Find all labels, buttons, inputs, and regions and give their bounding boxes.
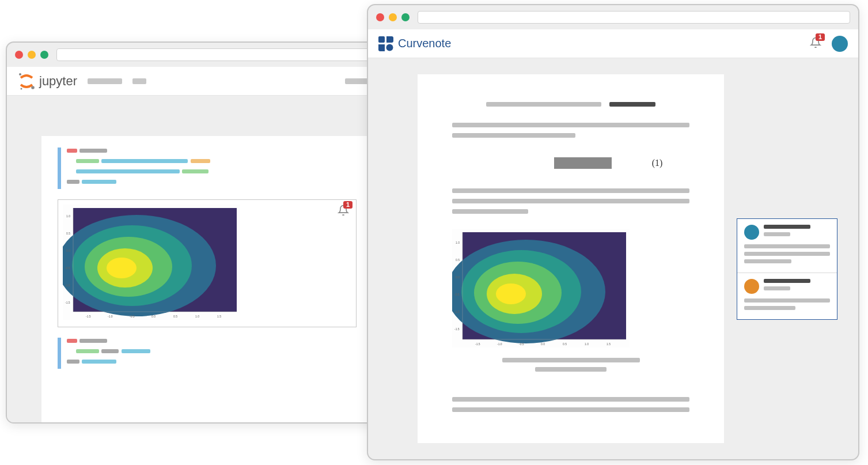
- svg-point-26: [386, 44, 393, 51]
- svg-text:1.5: 1.5: [217, 315, 221, 318]
- comment[interactable]: [737, 273, 837, 319]
- svg-point-9: [107, 258, 137, 278]
- hexbin-plot: -1.5-1.0-0.50.00.51.01.5 -1.5-1.0-0.50.0…: [63, 205, 240, 320]
- curvenote-url-bar[interactable]: [418, 11, 850, 24]
- jupyter-window: jupyter 1: [6, 41, 380, 424]
- commenter-avatar: [744, 225, 759, 240]
- svg-text:0.0: 0.0: [456, 275, 460, 279]
- caption-placeholder: [502, 358, 640, 362]
- comment-time-placeholder: [764, 286, 790, 290]
- comments-panel: [737, 218, 837, 320]
- jupyter-window-controls: [15, 51, 48, 59]
- notification-badge: 1: [816, 33, 825, 41]
- code-cell[interactable]: [58, 338, 357, 369]
- code-cell[interactable]: [58, 148, 357, 189]
- close-dot-icon[interactable]: [376, 13, 384, 21]
- comment-text-placeholder: [744, 259, 791, 263]
- caption-placeholder: [535, 367, 607, 372]
- minimize-dot-icon[interactable]: [389, 13, 397, 21]
- equation-row: (1): [452, 157, 689, 169]
- svg-text:1.0: 1.0: [66, 214, 70, 218]
- svg-point-33: [496, 283, 526, 304]
- svg-text:0.0: 0.0: [66, 249, 70, 252]
- menu-placeholder: [132, 78, 146, 84]
- notebook-area: 1 -1.5-1.0-0.50: [7, 96, 378, 422]
- text-placeholder: [452, 133, 575, 138]
- curvenote-logo-icon: [378, 36, 393, 51]
- svg-text:1.0: 1.0: [195, 315, 199, 318]
- title-placeholder: [609, 102, 655, 107]
- svg-text:-1.5: -1.5: [65, 301, 70, 304]
- notification-badge: 1: [343, 201, 352, 209]
- comment-text-placeholder: [744, 252, 830, 256]
- equation-number: (1): [652, 158, 663, 168]
- svg-text:-0.5: -0.5: [65, 266, 70, 270]
- jupyter-header: jupyter: [7, 67, 378, 96]
- svg-text:-1.0: -1.0: [497, 342, 502, 346]
- svg-text:-1.0: -1.0: [65, 283, 70, 287]
- commenter-name-placeholder: [764, 279, 810, 283]
- jupyter-titlebar: [7, 43, 378, 67]
- comment-text-placeholder: [744, 244, 830, 248]
- jupyter-brand-text: jupyter: [39, 74, 77, 89]
- curvenote-brand-text: Curvenote: [398, 37, 451, 50]
- svg-text:-1.5: -1.5: [86, 315, 91, 318]
- svg-text:1.0: 1.0: [585, 342, 589, 346]
- svg-text:0.5: 0.5: [173, 315, 177, 318]
- curvenote-notifications[interactable]: 1: [810, 37, 821, 51]
- svg-text:-1.5: -1.5: [454, 327, 460, 331]
- curvenote-window-controls: [376, 13, 410, 21]
- text-placeholder: [452, 199, 689, 203]
- svg-text:0.5: 0.5: [563, 342, 567, 346]
- jupyter-logo-icon: [17, 72, 36, 90]
- menu-placeholder: [345, 78, 368, 84]
- cell-indicator: [58, 338, 61, 369]
- user-avatar[interactable]: [832, 36, 848, 52]
- curvenote-window: Curvenote 1 (1): [367, 4, 859, 460]
- svg-text:-1.0: -1.0: [108, 315, 113, 318]
- minimize-dot-icon[interactable]: [28, 51, 36, 59]
- code-cell-body: [67, 338, 357, 369]
- menu-placeholder: [88, 78, 122, 84]
- svg-text:-1.5: -1.5: [475, 342, 480, 346]
- svg-text:0.5: 0.5: [66, 232, 70, 235]
- svg-text:1.5: 1.5: [607, 342, 611, 346]
- cell-indicator: [58, 148, 61, 189]
- comment[interactable]: [737, 219, 837, 273]
- comment-text-placeholder: [744, 306, 795, 310]
- curvenote-workspace: (1) -1.5-1.0-0.50.00.51.01.5 -1.5-: [368, 58, 858, 459]
- maximize-dot-icon[interactable]: [401, 13, 410, 21]
- hexbin-plot: -1.5-1.0-0.50.00.51.01.5 -1.5-1.0-0.50.0…: [452, 229, 630, 347]
- svg-point-2: [21, 88, 22, 89]
- curvenote-logo: Curvenote: [378, 36, 451, 51]
- curvenote-header: Curvenote 1: [368, 29, 858, 58]
- comment-text-placeholder: [744, 298, 830, 303]
- text-placeholder: [452, 407, 689, 412]
- text-placeholder: [452, 397, 689, 402]
- svg-text:0.0: 0.0: [541, 342, 545, 346]
- jupyter-url-bar[interactable]: [56, 48, 370, 61]
- comment-time-placeholder: [764, 232, 790, 236]
- svg-rect-25: [378, 36, 385, 43]
- output-cell[interactable]: 1 -1.5-1.0-0.50: [58, 199, 357, 327]
- document[interactable]: (1) -1.5-1.0-0.50.00.51.01.5 -1.5-: [418, 74, 724, 443]
- curvenote-titlebar: [368, 5, 858, 29]
- code-cell-body: [67, 148, 357, 189]
- text-placeholder: [452, 123, 689, 127]
- svg-text:-1.0: -1.0: [454, 310, 460, 313]
- output-notification[interactable]: 1: [338, 205, 349, 218]
- svg-text:1.0: 1.0: [456, 241, 460, 244]
- close-dot-icon[interactable]: [15, 51, 23, 59]
- text-placeholder: [452, 209, 528, 214]
- jupyter-logo: jupyter: [17, 72, 77, 90]
- equation-block: [554, 157, 612, 169]
- svg-text:0.0: 0.0: [151, 315, 156, 318]
- svg-text:-0.5: -0.5: [519, 342, 524, 346]
- commenter-avatar: [744, 279, 759, 294]
- title-placeholder: [486, 102, 601, 107]
- commenter-name-placeholder: [764, 225, 810, 229]
- maximize-dot-icon[interactable]: [40, 51, 48, 59]
- svg-text:-0.5: -0.5: [130, 315, 135, 318]
- svg-text:-0.5: -0.5: [454, 293, 460, 296]
- svg-text:0.5: 0.5: [456, 258, 460, 262]
